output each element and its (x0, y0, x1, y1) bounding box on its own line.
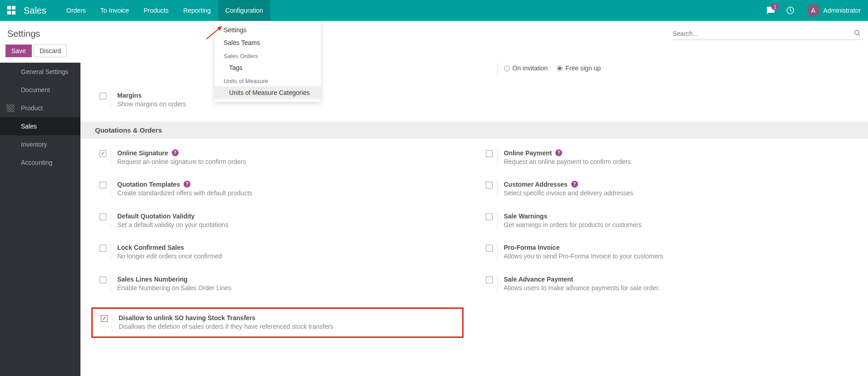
desc-proforma-invoice: Allows you to send Pro-Forma Invoice to … (504, 252, 854, 261)
desc-default-quotation-validity: Set a default validity on your quotation… (117, 221, 467, 230)
label-default-quotation-validity: Default Quotation Validity (117, 213, 195, 220)
top-nav: Sales Orders To Invoice Products Reporti… (0, 0, 868, 21)
discard-button[interactable]: Discard (34, 45, 67, 57)
label-disallow-unlink-so: Disallow to unlink SO having Stock Trans… (119, 314, 255, 322)
nav-products[interactable]: Products (136, 0, 176, 21)
settings-content: On invitation Free sign up Margins Show … (80, 63, 868, 376)
label-sale-advance-payment: Sale Advance Payment (504, 276, 574, 283)
checkbox-margins[interactable] (100, 93, 106, 99)
label-lock-confirmed-sales: Lock Confirmed Sales (117, 244, 184, 251)
settings-sidebar: General Settings Document Product Sales … (0, 63, 80, 376)
help-icon[interactable]: ? (184, 181, 190, 188)
sidebar-item-accounting[interactable]: Accounting (0, 153, 80, 172)
action-row: Save Discard (0, 41, 868, 63)
dropdown-settings[interactable]: Settings (215, 24, 321, 36)
label-sale-warnings: Sale Warnings (504, 213, 548, 220)
label-proforma-invoice: Pro-Forma Invoice (504, 244, 560, 251)
user-menu[interactable]: A Administrator (807, 4, 861, 17)
activities-icon[interactable] (781, 0, 800, 21)
checkbox-customer-addresses[interactable] (486, 182, 493, 188)
avatar: A (807, 4, 820, 17)
checkbox-default-quotation-validity[interactable] (100, 213, 106, 220)
search-wrap (673, 27, 861, 40)
desc-online-signature: Request an online signature to confirm o… (117, 158, 467, 167)
checkbox-online-payment[interactable] (486, 150, 493, 157)
dropdown-header-uom: Units of Measure (215, 74, 321, 86)
desc-sale-advance-payment: Allows users to make advance payments fo… (504, 284, 854, 293)
sidebar-item-general[interactable]: General Settings (0, 63, 80, 81)
svg-line-4 (858, 34, 860, 35)
checkbox-sales-lines-numbering[interactable] (100, 277, 106, 283)
desc-online-payment: Request an online payment to confirm ord… (504, 158, 854, 167)
dropdown-uom-categories[interactable]: Units of Measure Categories (215, 86, 321, 99)
desc-sales-lines-numbering: Enable Numbering on Sales Order Lines (117, 284, 467, 293)
sidebar-item-document[interactable]: Document (0, 81, 80, 99)
highlight-disallow-unlink: Disallow to unlink SO having Stock Trans… (91, 307, 464, 338)
desc-customer-addresses: Select specific invoice and delivery add… (504, 189, 854, 198)
sidebar-item-inventory[interactable]: Inventory (0, 135, 80, 153)
help-icon[interactable]: ? (571, 181, 578, 188)
search-icon[interactable] (853, 29, 861, 38)
checkbox-quotation-templates[interactable] (100, 182, 106, 188)
svg-point-3 (855, 30, 859, 35)
messages-icon[interactable]: 1 (761, 0, 781, 21)
label-margins: Margins (117, 92, 142, 99)
section-quotations-orders: Quotations & Orders (80, 122, 868, 139)
radio-icon (504, 65, 510, 71)
nav-orders[interactable]: Orders (59, 0, 93, 21)
checkbox-sale-warnings[interactable] (486, 213, 493, 220)
desc-sale-warnings: Get warnings in orders for products or c… (504, 221, 854, 230)
checkbox-lock-confirmed-sales[interactable] (100, 245, 106, 252)
dropdown-header-orders: Sales Orders (215, 49, 321, 61)
nav-to-invoice[interactable]: To Invoice (93, 0, 136, 21)
sidebar-item-sales[interactable]: Sales (0, 117, 80, 135)
dropdown-tags[interactable]: Tags (215, 61, 321, 74)
checkbox-proforma-invoice[interactable] (486, 245, 493, 252)
checkbox-sale-advance-payment[interactable] (486, 277, 493, 283)
configuration-dropdown: Settings Sales Teams Sales Orders Tags U… (215, 21, 321, 102)
sidebar-item-product[interactable]: Product (0, 99, 80, 117)
nav-configuration[interactable]: Configuration (218, 0, 270, 21)
label-quotation-templates: Quotation Templates (117, 181, 180, 188)
radio-icon (557, 65, 563, 71)
desc-lock-confirmed-sales: No longer edit orders once confirmed (117, 252, 467, 261)
messages-badge: 1 (771, 4, 778, 10)
checkbox-disallow-unlink-so[interactable] (101, 315, 108, 322)
apps-icon[interactable] (7, 6, 16, 15)
save-button[interactable]: Save (5, 45, 32, 57)
user-name: Administrator (823, 7, 861, 14)
label-customer-addresses: Customer Addresses (504, 181, 568, 188)
label-sales-lines-numbering: Sales Lines Numbering (117, 276, 188, 283)
desc-disallow-unlink-so: Disallows the deletion of sales orders i… (119, 322, 459, 331)
dropdown-sales-teams[interactable]: Sales Teams (215, 36, 321, 49)
control-bar: Settings (0, 21, 868, 41)
help-icon[interactable]: ? (172, 149, 179, 156)
label-online-payment: Online Payment (504, 149, 552, 157)
radio-free-signup[interactable]: Free sign up (557, 64, 601, 72)
brand-title: Sales (24, 5, 46, 16)
nav-reporting[interactable]: Reporting (176, 0, 218, 21)
checkbox-online-signature[interactable] (100, 150, 106, 157)
search-input[interactable] (673, 30, 853, 37)
desc-quotation-templates: Create standardized offers with default … (117, 189, 467, 198)
label-online-signature: Online Signature (117, 149, 168, 157)
page-title: Settings (7, 29, 40, 39)
help-icon[interactable]: ? (555, 149, 562, 156)
radio-on-invitation[interactable]: On invitation (504, 64, 548, 72)
